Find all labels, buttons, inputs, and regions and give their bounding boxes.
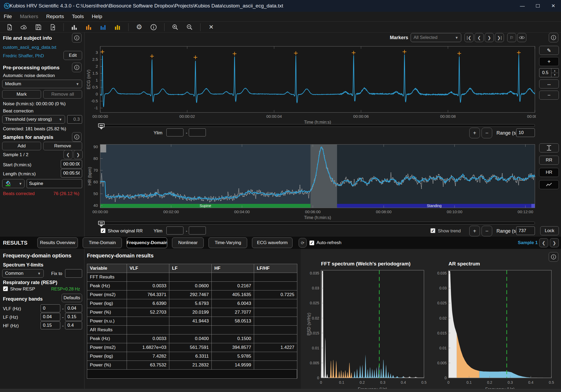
cloud-download-icon[interactable] — [19, 23, 29, 31]
hr-zoom-in-button[interactable]: + — [469, 226, 480, 236]
beat-threshold-spinner[interactable]: 0.5 ▲▼ — [539, 68, 559, 77]
sample-index-label: Sample 1 / 2 — [3, 152, 28, 157]
preprocessing-info-button[interactable] — [72, 63, 82, 72]
beat-correction-select[interactable]: Threshold (very strong)▼ — [2, 115, 65, 124]
export-file-icon[interactable] — [47, 23, 58, 31]
svg-text:00:00:08: 00:00:08 — [440, 114, 456, 119]
table-cell — [254, 282, 297, 290]
minimize-button[interactable]: — — [515, 0, 530, 12]
column-header: VLF — [127, 264, 169, 273]
menu-reports[interactable]: Reports — [46, 14, 64, 19]
menu-help[interactable]: Help — [92, 14, 102, 19]
file-info-info-button[interactable] — [72, 33, 82, 43]
new-file-icon[interactable] — [4, 23, 15, 31]
tab-time-domain[interactable]: Time-Domain — [83, 237, 122, 248]
add-sample-button[interactable]: Add — [2, 142, 41, 150]
close-button[interactable]: ✕ — [546, 0, 561, 12]
ecg-ylim-min-field[interactable] — [166, 128, 183, 136]
close-view-icon[interactable]: ✕ — [206, 23, 217, 31]
fft-spectrum-chart[interactable]: 00.0050.010.0150.020.0250.030.03500.10.2… — [307, 249, 434, 389]
spinner-down-icon[interactable]: ▼ — [551, 73, 558, 77]
data-file-link[interactable]: custom_ascii_ecg_data.txt — [3, 45, 56, 50]
ar-spectrum-chart[interactable]: 00.0050.010.0150.020.0250.030.03500.10.2… — [434, 249, 561, 389]
hf-lo-field[interactable] — [41, 321, 60, 329]
lf-lo-field[interactable] — [41, 313, 60, 321]
vlf-hi-field[interactable] — [65, 304, 82, 312]
tab-nonlinear[interactable]: Nonlinear — [172, 237, 204, 248]
show-trend-checkbox[interactable]: ✓ — [430, 228, 435, 233]
tab-ecg-waveform[interactable]: ECG waveform — [252, 237, 292, 248]
sample-color-picker[interactable]: ▼ — [2, 179, 25, 188]
ecg-ylim-max-field[interactable] — [189, 128, 206, 136]
svg-text:00:00:02: 00:00:02 — [179, 114, 195, 119]
report-yellow-icon[interactable] — [112, 23, 123, 31]
menu-file[interactable]: File — [4, 14, 12, 19]
lock-button[interactable]: Lock — [540, 226, 559, 235]
zoom-in-icon[interactable] — [170, 23, 181, 31]
toolbar-separator — [128, 23, 129, 31]
info-icon[interactable] — [148, 23, 159, 31]
mark-button[interactable]: Mark — [2, 90, 41, 99]
maximize-button[interactable] — [530, 0, 546, 12]
report-orange-icon[interactable] — [83, 23, 94, 31]
threshold-value-field[interactable] — [67, 115, 82, 124]
start-time-field[interactable] — [61, 160, 82, 168]
results-next-sample-button[interactable]: ❯ — [550, 238, 559, 247]
remove-beat-button[interactable]: − — [539, 91, 559, 100]
lf-hi-field[interactable] — [65, 313, 82, 321]
vlf-lo-field[interactable] — [41, 304, 60, 312]
next-sample-button[interactable]: ❯ — [74, 150, 83, 159]
show-resp-checkbox[interactable]: ✓ — [3, 286, 8, 291]
report-blue-icon[interactable] — [98, 23, 109, 31]
refresh-button[interactable]: ⟳ — [299, 238, 307, 248]
tab-frequency-domain[interactable]: Frequency-Domain — [127, 237, 167, 248]
tab-results-overview[interactable]: Results Overview — [37, 237, 78, 248]
ecg-zoom-out-button[interactable]: − — [482, 128, 492, 138]
hr-zoom-out-button[interactable]: − — [482, 226, 492, 236]
svg-text:70: 70 — [93, 168, 98, 172]
ecg-chart[interactable]: 32.521.510.50-0.5-100:00:0000:00:0200:00… — [85, 31, 536, 125]
ecg-zoom-in-button[interactable]: + — [469, 128, 480, 138]
tab-time-varying[interactable]: Time-Varying — [209, 237, 247, 248]
hr-range-field[interactable] — [516, 227, 535, 235]
defaults-button[interactable]: Defaults — [62, 294, 82, 302]
spectra-info-button[interactable] — [549, 252, 558, 262]
ecg-scrollbar[interactable] — [100, 124, 535, 127]
noise-level-select[interactable]: Medium▼ — [2, 80, 82, 88]
zoom-out-icon[interactable] — [184, 23, 195, 31]
ylimits-select[interactable]: Common▼ — [2, 269, 44, 278]
ecg-scrollbar-handle[interactable] — [98, 123, 105, 127]
trend-view-button[interactable] — [539, 180, 559, 189]
edit-subject-button[interactable]: Edit — [63, 51, 82, 60]
ecg-range-field[interactable] — [516, 128, 535, 137]
edit-beats-button[interactable]: ✎ — [539, 46, 559, 55]
subject-link[interactable]: Fredric Shaffer, PhD — [3, 53, 44, 59]
settings-gear-icon[interactable]: ⚙ — [134, 23, 145, 31]
show-original-rr-checkbox[interactable]: ✓ — [101, 228, 106, 233]
spinner-up-icon[interactable]: ▲ — [551, 68, 558, 73]
add-beat-button[interactable]: + — [539, 57, 559, 66]
hr-ylim-min-field[interactable] — [166, 227, 183, 235]
report-gray-icon[interactable] — [69, 23, 80, 31]
auto-refresh-checkbox[interactable]: ✓ — [309, 240, 314, 245]
hf-hi-field[interactable] — [65, 321, 82, 329]
hr-scrollbar-handle[interactable] — [98, 221, 105, 225]
length-field[interactable] — [61, 169, 82, 177]
rr-view-button[interactable]: RR — [539, 156, 559, 165]
hr-view-button[interactable]: HR — [539, 168, 559, 177]
results-prev-sample-button[interactable]: ❮ — [539, 238, 548, 247]
fit-vertical-button[interactable] — [539, 143, 559, 152]
beat-correction-value: Threshold (very strong) — [5, 117, 52, 122]
remove-sample-button[interactable]: Remove — [43, 142, 82, 150]
hr-scrollbar[interactable] — [100, 222, 535, 224]
samples-info-button[interactable] — [72, 132, 82, 142]
fix-to-field[interactable] — [65, 269, 82, 278]
hr-ylim-max-field[interactable] — [189, 227, 206, 235]
prev-sample-button[interactable]: ❮ — [63, 150, 73, 159]
save-icon[interactable] — [33, 23, 44, 31]
sample-name-field[interactable] — [27, 179, 82, 188]
expand-horizontal-button[interactable]: ↔ — [539, 79, 559, 88]
menu-tools[interactable]: Tools — [72, 14, 84, 19]
hr-chart[interactable]: SupineStanding90807060504000:00:0000:02:… — [85, 141, 538, 223]
charts-info-button[interactable] — [549, 33, 558, 42]
